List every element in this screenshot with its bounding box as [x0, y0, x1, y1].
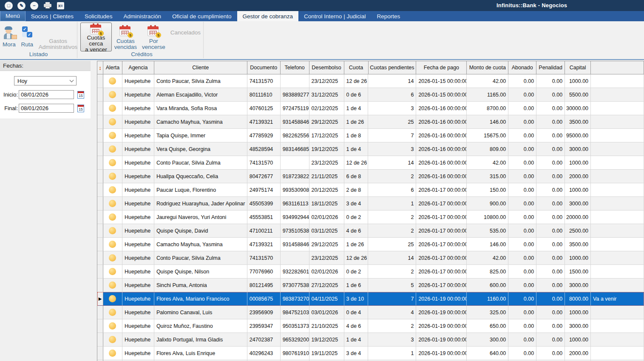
cell-penalidad[interactable]: 0.00: [536, 142, 565, 156]
cell-fecha_pago[interactable]: 2026-01-16 00:00:00: [416, 129, 467, 142]
cell-nota[interactable]: [591, 129, 644, 142]
cell-agencia[interactable]: Huepetuhe: [122, 142, 154, 156]
cell-alerta[interactable]: [103, 306, 122, 319]
cuotas-vencidas-button[interactable]: 5 Cuotas vencidas: [112, 23, 139, 51]
row-selector-cell[interactable]: [97, 238, 103, 251]
cell-pendientes[interactable]: 3: [368, 142, 416, 156]
column-header-pendientes[interactable]: Cuotas pendientes: [369, 61, 417, 74]
cell-telefono[interactable]: 982262556: [281, 129, 309, 142]
cell-documento[interactable]: 40760125: [247, 102, 281, 115]
table-row[interactable]: HuepetuheQuispe Quispe, David47100211973…: [97, 224, 644, 238]
cell-telefono[interactable]: 983873270: [281, 292, 309, 306]
cell-cuota[interactable]: 12 de 26: [344, 251, 369, 265]
cell-capital[interactable]: 95000.00: [565, 129, 591, 142]
cell-pendientes[interactable]: 25: [368, 238, 416, 251]
cell-alerta[interactable]: [103, 183, 122, 197]
cell-monto[interactable]: 640.00: [467, 347, 508, 360]
cell-penalidad[interactable]: 0.00: [536, 265, 565, 279]
cell-abonado[interactable]: 0.00: [508, 156, 536, 170]
cell-abonado[interactable]: 0.00: [508, 292, 536, 306]
cell-cuota[interactable]: 6 de 8: [344, 170, 369, 183]
cell-monto[interactable]: 809.00: [467, 142, 508, 156]
cell-capital[interactable]: 3000.00: [565, 279, 591, 292]
cell-cliente[interactable]: Camacho Mayhua, Yasmina: [154, 238, 247, 251]
cell-abonado[interactable]: 0.00: [508, 170, 536, 183]
edit-icon[interactable]: ✎: [17, 2, 26, 10]
cell-capital[interactable]: 2500.00: [565, 224, 591, 238]
cell-pendientes[interactable]: 2: [368, 170, 416, 183]
cell-alerta[interactable]: [103, 102, 122, 115]
cell-capital[interactable]: 2000.00: [565, 347, 591, 360]
cell-telefono[interactable]: [281, 74, 309, 88]
cell-cuota[interactable]: 3 de 4: [344, 347, 369, 360]
cell-cuota[interactable]: 0 de 2: [344, 265, 369, 279]
cell-agencia[interactable]: Huepetuhe: [122, 279, 154, 292]
cell-nota[interactable]: [591, 142, 644, 156]
cell-abonado[interactable]: 0.00: [508, 251, 536, 265]
cell-nota[interactable]: [591, 224, 644, 238]
cell-nota[interactable]: [591, 333, 644, 347]
cell-fecha_pago[interactable]: 2026-01-19 00:00:00: [416, 306, 467, 319]
cell-documento[interactable]: 45505399: [247, 197, 281, 210]
cell-telefono[interactable]: 984752103: [281, 306, 309, 319]
cell-nota[interactable]: [591, 102, 644, 115]
cell-fecha_pago[interactable]: 2026-01-19 00:00:00: [416, 347, 467, 360]
cell-cuota[interactable]: 1 de 4: [344, 333, 369, 347]
cell-pendientes[interactable]: 2: [368, 265, 416, 279]
cell-alerta[interactable]: [103, 142, 122, 156]
row-selector-cell[interactable]: [97, 142, 103, 156]
column-header-fecha_pago[interactable]: Fecha de pago: [416, 61, 467, 74]
cell-telefono[interactable]: 980761910: [281, 347, 309, 360]
menu-item-socios-clientes[interactable]: Socios | Clientes: [26, 11, 79, 21]
cell-cliente[interactable]: Flores Alva, Luis Enrique: [154, 347, 247, 360]
cell-cuota[interactable]: 0 de 4: [344, 306, 369, 319]
cell-alerta[interactable]: [103, 210, 122, 224]
table-row[interactable]: HuepetuheQuiroz Muñoz, Faustino239593479…: [97, 319, 644, 333]
cell-penalidad[interactable]: 0.00: [536, 279, 565, 292]
cell-abonado[interactable]: 0.00: [508, 115, 536, 129]
cell-capital[interactable]: 3000.00: [565, 319, 591, 333]
cell-pendientes[interactable]: 14: [368, 74, 416, 88]
cell-telefono[interactable]: 983146685: [281, 142, 309, 156]
column-header-alerta[interactable]: Alerta: [103, 61, 122, 74]
cell-desembolso[interactable]: 29/12/2025: [309, 115, 344, 129]
cell-abonado[interactable]: 0.00: [508, 129, 536, 142]
date-range-select[interactable]: Hoy: [14, 76, 77, 85]
cell-desembolso[interactable]: 19/12/2025: [309, 142, 344, 156]
cell-pendientes[interactable]: 25: [368, 115, 416, 129]
cell-alerta[interactable]: [103, 292, 122, 306]
cell-alerta[interactable]: [103, 333, 122, 347]
minimize-icon[interactable]: −: [30, 2, 38, 10]
cell-penalidad[interactable]: 0.00: [536, 102, 565, 115]
cell-cliente[interactable]: Conto Paucar, Silvia Zulma: [154, 74, 247, 88]
cell-cuota[interactable]: 0 de 2: [344, 210, 369, 224]
row-selector-cell[interactable]: [97, 170, 103, 183]
cell-nota[interactable]: [591, 156, 644, 170]
cell-abonado[interactable]: 0.00: [508, 183, 536, 197]
cuotas-cerca-a-vencer-button[interactable]: 5 Cuotas cerca a vencer: [80, 23, 112, 51]
cell-pendientes[interactable]: 1: [368, 347, 416, 360]
cell-abonado[interactable]: 0.00: [508, 197, 536, 210]
cell-cliente[interactable]: Quiroz Muñoz, Faustino: [154, 319, 247, 333]
cell-penalidad[interactable]: 0.00: [536, 183, 565, 197]
cell-cuota[interactable]: 1 de 26: [344, 115, 369, 129]
cell-cuota[interactable]: 4 de 6: [344, 319, 369, 333]
column-header-cliente[interactable]: Cliente: [154, 61, 247, 74]
cell-monto[interactable]: 600.00: [467, 279, 508, 292]
grid-corner-cell[interactable]: ↕: [97, 61, 103, 74]
cell-cuota[interactable]: 12 de 26: [344, 156, 369, 170]
cell-telefono[interactable]: 965329200: [281, 333, 309, 347]
cell-agencia[interactable]: Huepetuhe: [122, 210, 154, 224]
cell-penalidad[interactable]: 0.00: [536, 306, 565, 319]
cell-documento[interactable]: 00085675: [247, 292, 281, 306]
cell-telefono[interactable]: 932282601: [281, 265, 309, 279]
cell-agencia[interactable]: Huepetuhe: [122, 170, 154, 183]
row-selector-cell[interactable]: [97, 115, 103, 129]
cell-capital[interactable]: 20000.00: [565, 210, 591, 224]
cell-desembolso[interactable]: 18/11/2025: [309, 197, 344, 210]
cell-desembolso[interactable]: 02/01/2026: [309, 210, 344, 224]
cell-penalidad[interactable]: 0.00: [536, 88, 565, 102]
cell-cliente[interactable]: Paucar Luque, Florentino: [154, 183, 247, 197]
row-selector-cell[interactable]: [97, 319, 103, 333]
cell-telefono[interactable]: 950351373: [281, 319, 309, 333]
